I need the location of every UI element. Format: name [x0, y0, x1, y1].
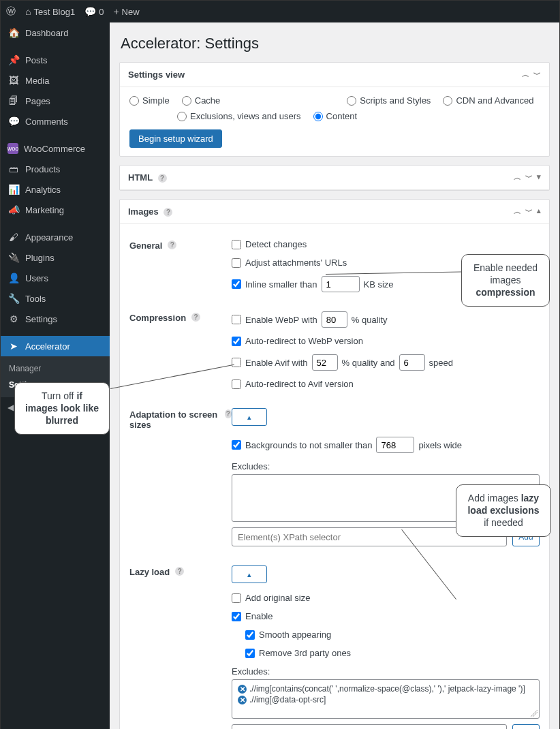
products-icon: 🗃	[7, 164, 20, 174]
panel-html: HTML ? ︿ ﹀ ▾	[119, 165, 550, 191]
help-icon[interactable]: ?	[158, 174, 167, 183]
chk-lazy-enable[interactable]	[232, 612, 241, 621]
menu-woocommerce[interactable]: wooWooCommerce	[1, 138, 110, 159]
chk-add-original-size[interactable]	[232, 593, 241, 603]
help-icon[interactable]: ?	[191, 313, 200, 322]
pages-icon: 🗐	[7, 95, 20, 106]
callout-compression: Enable needed images compression	[461, 254, 550, 307]
media-icon: 🖾	[7, 75, 20, 86]
page-title: Accelerator: Settings	[121, 35, 550, 52]
input-webp-quality[interactable]	[322, 311, 347, 328]
menu-accelerator[interactable]: ➤Accelerator	[1, 336, 110, 356]
chk-smooth-appearing[interactable]	[245, 630, 255, 640]
menu-comments[interactable]: 💬Comments	[1, 111, 110, 131]
comments-link[interactable]: 💬 0	[84, 6, 104, 17]
caret-down-icon[interactable]: ▾	[537, 172, 541, 183]
chk-remove-3rd-party[interactable]	[245, 649, 255, 658]
input-avif-speed[interactable]	[399, 354, 425, 371]
menu-media[interactable]: 🖾Media	[1, 70, 110, 91]
add-lazy-exclude-button[interactable]: Add	[512, 724, 540, 729]
chk-auto-webp[interactable]	[232, 337, 241, 346]
settings-icon: ⚙	[7, 313, 20, 324]
new-label: New	[122, 7, 140, 17]
panel-settings-view: Settings view ︿ ﹀ Simple Cache Scripts a…	[119, 62, 550, 157]
label-adaptation-excludes: Excludes:	[232, 461, 540, 471]
panel-title-images: Images	[128, 206, 159, 217]
collapse-lazy-button[interactable]: ▴	[232, 565, 267, 583]
site-link[interactable]: ⌂ Test Blog1	[25, 6, 75, 17]
pin-icon: 📌	[7, 55, 20, 65]
radio-simple[interactable]: Simple	[129, 95, 170, 106]
menu-appearance[interactable]: 🖌Appearance	[1, 227, 110, 247]
radio-exclusions[interactable]: Exclusions, views and users	[177, 111, 301, 121]
plugins-icon: 🔌	[7, 252, 20, 263]
input-lazy-xpath[interactable]	[232, 724, 507, 729]
woo-icon: woo	[7, 143, 18, 154]
wordpress-icon: ⓦ	[6, 5, 16, 18]
wp-logo[interactable]: ⓦ	[6, 5, 16, 18]
dashboard-icon: 🏠	[7, 27, 20, 38]
menu-pages[interactable]: 🗐Pages	[1, 91, 110, 111]
radio-cache[interactable]: Cache	[182, 95, 221, 106]
comments-icon: 💬	[7, 116, 20, 127]
chevron-down-icon[interactable]: ﹀	[533, 69, 541, 80]
comment-icon: 💬	[84, 6, 96, 17]
chevron-up-icon[interactable]: ︿	[514, 172, 521, 183]
input-inline-size[interactable]	[322, 276, 360, 292]
begin-wizard-button[interactable]: Begin setup wizard	[129, 129, 222, 148]
input-bg-width[interactable]	[376, 437, 414, 453]
menu-posts[interactable]: 📌Posts	[1, 50, 110, 70]
help-icon[interactable]: ?	[168, 241, 176, 249]
comments-count: 0	[99, 7, 104, 17]
marketing-icon: 📣	[7, 204, 20, 215]
chevron-down-icon[interactable]: ﹀	[525, 206, 533, 217]
menu-settings[interactable]: ⚙Settings	[1, 309, 110, 329]
analytics-icon: 📊	[7, 184, 20, 195]
radio-cdn[interactable]: CDN and Advanced	[443, 95, 533, 106]
help-icon[interactable]: ?	[164, 208, 172, 217]
chk-adjust-urls[interactable]	[232, 258, 241, 268]
submenu-manager[interactable]: Manager	[1, 360, 110, 377]
remove-exclude-icon[interactable]: ✕	[238, 685, 247, 694]
help-icon[interactable]: ?	[175, 567, 184, 576]
remove-exclude-icon[interactable]: ✕	[238, 696, 247, 704]
section-general: General	[129, 241, 162, 251]
radio-content[interactable]: Content	[313, 111, 358, 121]
chevron-up-icon[interactable]: ︿	[514, 206, 521, 217]
section-adaptation: Adaptation to screen sizes	[129, 409, 219, 430]
appearance-icon: 🖌	[7, 232, 20, 243]
chk-enable-avif[interactable]	[232, 358, 241, 367]
section-compression: Compression	[129, 313, 186, 323]
menu-plugins[interactable]: 🔌Plugins	[1, 247, 110, 268]
chevron-up-icon[interactable]: ︿	[522, 69, 529, 80]
new-link[interactable]: + New	[113, 6, 139, 17]
menu-products[interactable]: 🗃Products	[1, 159, 110, 179]
list-lazy-excludes[interactable]: ✕.//img[contains(concat(' ',normalize-sp…	[232, 679, 540, 719]
collapse-icon: ◀	[7, 403, 14, 412]
menu-marketing[interactable]: 📣Marketing	[1, 200, 110, 220]
input-avif-quality[interactable]	[312, 354, 338, 371]
menu-users[interactable]: 👤Users	[1, 268, 110, 288]
chk-inline-smaller[interactable]	[232, 279, 241, 289]
menu-tools[interactable]: 🔧Tools	[1, 288, 110, 309]
tools-icon: 🔧	[7, 293, 20, 304]
callout-lazy-exclusions: Add images lazy load exclusions if neede…	[456, 484, 551, 537]
menu-dashboard[interactable]: 🏠Dashboard	[1, 22, 110, 43]
label-lazy-excludes: Excludes:	[232, 666, 540, 677]
menu-analytics[interactable]: 📊Analytics	[1, 179, 110, 200]
chk-backgrounds-min[interactable]	[232, 440, 241, 450]
chk-auto-avif[interactable]	[232, 379, 241, 389]
help-icon[interactable]: ?	[225, 409, 232, 418]
radio-scripts[interactable]: Scripts and Styles	[347, 95, 431, 106]
chevron-down-icon[interactable]: ﹀	[525, 172, 533, 183]
users-icon: 👤	[7, 273, 20, 283]
home-icon: ⌂	[25, 6, 31, 17]
caret-up-icon[interactable]: ▴	[537, 206, 541, 217]
chk-enable-webp[interactable]	[232, 315, 241, 324]
section-lazy-load: Lazy load	[129, 567, 170, 577]
callout-blurred: Turn off if images look like blurred	[14, 382, 110, 435]
site-name: Test Blog1	[33, 7, 75, 17]
chk-detect-changes[interactable]	[232, 240, 241, 249]
collapse-adaptation-button[interactable]: ▴	[232, 408, 267, 426]
accelerator-icon: ➤	[7, 341, 20, 352]
